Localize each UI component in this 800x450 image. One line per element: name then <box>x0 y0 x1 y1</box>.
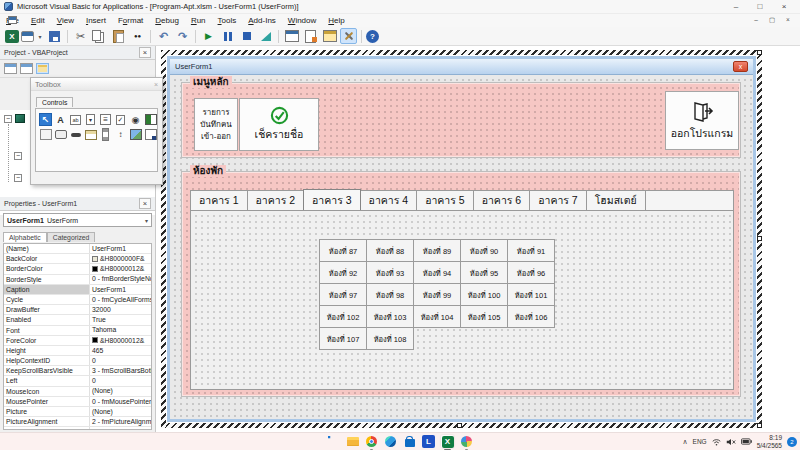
userform-close-icon[interactable]: x <box>733 61 748 72</box>
menu-item[interactable]: Run <box>185 14 212 27</box>
room-button[interactable]: ห้องที่ 104 <box>413 305 461 328</box>
room-button[interactable]: ห้องที่ 98 <box>366 283 414 306</box>
resize-handle[interactable] <box>757 423 762 428</box>
maximize-button[interactable]: □ <box>748 0 772 13</box>
toolbox-icon[interactable] <box>340 28 357 44</box>
menu-item[interactable]: Tools <box>212 14 243 27</box>
room-button[interactable]: ห้องที่ 107 <box>319 327 367 350</box>
MousePointer[interactable]: MousePointer 0 - fmMousePointerD <box>4 397 151 407</box>
toolbox-close-icon[interactable]: × <box>154 81 158 88</box>
resize-handle[interactable] <box>757 236 762 241</box>
menu-item[interactable]: Debug <box>149 14 185 27</box>
rooms-frame[interactable]: ห้องพัก อาคาร 1อาคาร 2อาคาร 3อาคาร 4อาคา… <box>181 171 741 397</box>
object-selector[interactable]: UserForm1 UserForm ▾ <box>3 213 152 227</box>
resize-handle[interactable] <box>457 423 462 428</box>
label-icon[interactable] <box>54 113 67 126</box>
expand-collapse-icon[interactable]: − <box>14 152 22 160</box>
close-button[interactable]: × <box>772 0 796 13</box>
copy-icon[interactable] <box>91 28 108 44</box>
chrome-icon[interactable] <box>365 435 378 448</box>
menu-item[interactable]: Format <box>112 14 149 27</box>
HelpContextID[interactable]: HelpContextID 0 <box>4 356 151 366</box>
KeepScrollBarsVisible[interactable]: KeepScrollBarsVisible 3 - fmScrollBarsBo… <box>4 366 151 376</box>
clock[interactable]: 8:19 5/4/2565 <box>757 434 782 449</box>
menu-item[interactable]: View <box>51 14 80 27</box>
excel-taskbar-icon[interactable]: X <box>441 435 454 448</box>
room-button[interactable]: ห้องที่ 96 <box>507 261 555 284</box>
room-button[interactable]: ห้องที่ 101 <box>507 283 555 306</box>
Caption[interactable]: Caption UserForm1 <box>4 285 151 295</box>
Height[interactable]: Height 465 <box>4 346 151 356</box>
save-icon[interactable] <box>46 28 63 44</box>
checkbox-icon[interactable] <box>114 113 127 126</box>
object-browser-icon[interactable] <box>321 28 338 44</box>
room-button[interactable]: ห้องที่ 87 <box>319 239 367 262</box>
refedit-icon[interactable] <box>144 128 157 141</box>
frame-icon[interactable] <box>39 128 52 141</box>
view-code-icon[interactable] <box>4 63 17 74</box>
undo-icon[interactable]: ↶ <box>155 28 172 44</box>
toolbox-window[interactable]: Toolbox × Controls <box>30 77 163 185</box>
room-button[interactable]: ห้องที่ 93 <box>366 261 414 284</box>
main-menu-frame[interactable]: เมนูหลัก รายการ บันทึกคน เข้า-ออก เช็ครา… <box>181 82 741 158</box>
l-app-icon[interactable]: L <box>422 435 435 448</box>
view-object-icon[interactable] <box>20 63 33 74</box>
properties-tab[interactable]: Categorized <box>47 232 96 242</box>
notification-badge[interactable]: 2 <box>787 437 797 447</box>
toggle-folders-icon[interactable] <box>36 63 49 74</box>
combobox-icon[interactable] <box>84 113 97 126</box>
room-button[interactable]: ห้องที่ 94 <box>413 261 461 284</box>
paste-icon[interactable] <box>110 28 127 44</box>
Cycle[interactable]: Cycle 0 - fmCycleAllForms <box>4 295 151 305</box>
room-button[interactable]: ห้องที่ 108 <box>366 327 414 350</box>
help-icon[interactable]: ? <box>366 30 379 43</box>
tray-chevron-up-icon[interactable]: ∧ <box>682 438 687 446</box>
mdi-minimize-button[interactable]: – <box>748 14 764 26</box>
tabstrip-icon[interactable] <box>69 128 82 141</box>
room-button[interactable]: ห้องที่ 102 <box>319 305 367 328</box>
scrollbar-icon[interactable] <box>99 128 112 141</box>
building-tab[interactable]: อาคาร 1 <box>191 191 248 210</box>
commandbutton-icon[interactable] <box>54 128 67 141</box>
room-button[interactable]: ห้องที่ 91 <box>507 239 555 262</box>
expand-collapse-icon[interactable]: − <box>14 174 22 182</box>
mdi-restore-button[interactable]: ▢ <box>764 14 780 26</box>
room-button[interactable]: ห้องที่ 95 <box>460 261 508 284</box>
properties-tab[interactable]: Alphabetic <box>3 232 47 242</box>
paint-icon[interactable] <box>460 435 473 448</box>
togglebutton-icon[interactable] <box>144 113 157 126</box>
Picture[interactable]: Picture (None) <box>4 407 151 417</box>
DrawBuffer[interactable]: DrawBuffer 32000 <box>4 305 151 315</box>
expand-collapse-icon[interactable]: − <box>4 115 12 123</box>
insert-userform-dropdown-icon[interactable]: ▾ <box>36 28 44 44</box>
building-tab[interactable]: อาคาร 2 <box>248 191 305 210</box>
reset-icon[interactable] <box>238 28 255 44</box>
design-mode-icon[interactable] <box>257 28 274 44</box>
wifi-icon[interactable] <box>712 438 721 446</box>
spinbutton-icon[interactable] <box>114 128 127 141</box>
building-tab[interactable]: อาคาร 6 <box>474 191 531 210</box>
(Name)[interactable]: (Name) UserForm1 <box>4 244 151 254</box>
listbox-icon[interactable] <box>99 113 112 126</box>
building-tab[interactable]: อาคาร 3 <box>303 189 361 210</box>
menu-item[interactable]: Insert <box>80 14 112 27</box>
mdi-close-button[interactable]: × <box>780 14 796 26</box>
BorderColor[interactable]: BorderColor &H80000012& <box>4 264 151 274</box>
properties-panel-close-icon[interactable]: × <box>139 198 151 209</box>
menu-item[interactable]: Help <box>322 14 350 27</box>
room-button[interactable]: ห้องที่ 97 <box>319 283 367 306</box>
view-excel-icon[interactable]: X <box>5 30 19 43</box>
optionbutton-icon[interactable] <box>129 113 142 126</box>
textbox-icon[interactable] <box>69 113 82 126</box>
menu-item[interactable]: Edit <box>25 14 51 27</box>
room-button[interactable]: ห้องที่ 99 <box>413 283 461 306</box>
room-button[interactable]: ห้องที่ 88 <box>366 239 414 262</box>
userform-titlebar[interactable]: UserForm1 x <box>170 59 753 75</box>
check-names-button[interactable]: เช็ครายชื่อ <box>239 98 319 151</box>
minimize-button[interactable]: – <box>724 0 748 13</box>
MouseIcon[interactable]: MouseIcon (None) <box>4 387 151 397</box>
select-objects-icon[interactable] <box>39 113 52 126</box>
language-indicator[interactable]: ENG <box>693 438 707 445</box>
multipage-icon[interactable] <box>84 128 97 141</box>
menu-item[interactable]: Add-Ins <box>242 14 282 27</box>
